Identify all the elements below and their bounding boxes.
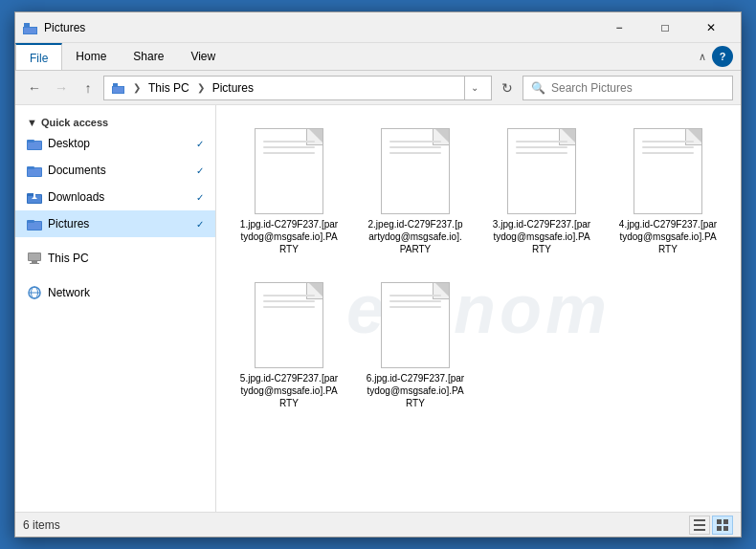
breadcrumb-pictures[interactable]: Pictures (212, 81, 254, 95)
svg-rect-2 (24, 28, 36, 33)
file-item[interactable]: 2.jpeg.id-C279F237.[partydog@msgsafe.io]… (358, 121, 473, 263)
address-bar: ← → ↑ ❯ This PC ❯ Pictures ⌄ ↻ 🔍 (15, 71, 741, 105)
minimize-button[interactable]: − (597, 13, 641, 42)
files-grid: 1.jpg.id-C279F237.[partydog@msgsafe.io].… (232, 121, 725, 417)
thispc-label: This PC (48, 252, 204, 265)
file-icon-5 (381, 282, 450, 368)
window-title: Pictures (44, 21, 597, 34)
tab-share[interactable]: Share (120, 43, 177, 70)
sidebar-item-network[interactable]: Network (15, 279, 215, 306)
file-item[interactable]: 4.jpg.id-C279F237.[partydog@msgsafe.io].… (611, 121, 725, 263)
explorer-window: Pictures − □ ✕ File Home Share View ∧ ? … (14, 11, 742, 538)
svg-rect-19 (27, 220, 34, 223)
sidebar-item-desktop[interactable]: Desktop ✓ (15, 130, 215, 157)
main-content: ▼ Quick access Desktop ✓ (15, 105, 741, 512)
downloads-pin: ✓ (196, 192, 204, 203)
file-name-3: 4.jpg.id-C279F237.[partydog@msgsafe.io].… (618, 218, 718, 255)
file-item[interactable]: 1.jpg.id-C279F237.[partydog@msgsafe.io].… (232, 121, 346, 263)
title-bar: Pictures − □ ✕ (15, 12, 741, 43)
close-button[interactable]: ✕ (689, 13, 733, 42)
svg-rect-23 (30, 263, 39, 264)
file-icon-1 (381, 128, 450, 214)
svg-rect-7 (28, 142, 41, 149)
downloads-icon (27, 189, 42, 205)
documents-pin: ✓ (196, 165, 204, 176)
svg-rect-14 (27, 193, 34, 196)
file-icon-4 (255, 282, 323, 368)
quick-access-label: Quick access (41, 117, 108, 128)
address-dropdown-button[interactable]: ⌄ (464, 76, 483, 100)
network-icon (27, 285, 42, 300)
ribbon-collapse-button[interactable]: ∧ (693, 47, 712, 66)
desktop-icon (27, 136, 42, 151)
file-name-2: 3.jpg.id-C279F237.[partydog@msgsafe.io].… (492, 218, 591, 255)
file-icon-3 (634, 128, 702, 214)
sidebar-item-downloads[interactable]: Downloads ✓ (15, 184, 215, 210)
svg-rect-27 (694, 519, 705, 521)
svg-rect-30 (717, 519, 722, 524)
file-name-0: 1.jpg.id-C279F237.[partydog@msgsafe.io].… (239, 218, 339, 255)
svg-rect-18 (28, 222, 41, 230)
pc-icon (27, 251, 42, 266)
pictures-icon (27, 216, 42, 231)
address-box[interactable]: ❯ This PC ❯ Pictures ⌄ (103, 76, 492, 100)
up-button[interactable]: ↑ (77, 77, 100, 99)
tab-home[interactable]: Home (62, 43, 120, 70)
svg-rect-5 (113, 87, 123, 93)
tab-file[interactable]: File (15, 43, 62, 70)
sidebar-item-thispc[interactable]: This PC (15, 245, 215, 272)
refresh-button[interactable]: ↻ (496, 77, 519, 99)
window-controls: − □ ✕ (597, 13, 733, 42)
file-item[interactable]: 3.jpg.id-C279F237.[partydog@msgsafe.io].… (484, 121, 599, 263)
svg-rect-8 (27, 140, 34, 143)
ribbon-tabs: File Home Share View ∧ ? (15, 43, 741, 70)
ribbon: File Home Share View ∧ ? (15, 43, 741, 71)
file-view: eisnom 1.jpg.id-C279F237.[partydog@msgsa… (216, 105, 741, 512)
svg-rect-32 (717, 526, 722, 531)
maximize-button[interactable]: □ (643, 13, 687, 42)
file-item[interactable]: 6.jpg.id-C279F237.[partydog@msgsafe.io].… (358, 274, 473, 417)
file-item[interactable]: 5.jpg.id-C279F237.[partydog@msgsafe.io].… (232, 274, 346, 417)
desktop-label: Desktop (48, 137, 190, 150)
svg-rect-31 (723, 519, 728, 524)
pictures-pin: ✓ (196, 219, 204, 230)
file-name-5: 6.jpg.id-C279F237.[partydog@msgsafe.io].… (366, 372, 465, 409)
forward-button[interactable]: → (50, 77, 73, 99)
help-button[interactable]: ? (712, 46, 733, 67)
sidebar-spacer (15, 237, 215, 245)
svg-rect-29 (694, 529, 705, 531)
svg-rect-16 (33, 193, 35, 197)
downloads-label: Downloads (48, 190, 190, 204)
svg-rect-33 (723, 526, 728, 531)
search-icon: 🔍 (531, 81, 545, 95)
status-count: 6 items (23, 518, 60, 532)
sidebar-item-documents[interactable]: Documents ✓ (15, 157, 215, 184)
view-toggle (689, 516, 733, 535)
sidebar: ▼ Quick access Desktop ✓ (15, 105, 216, 512)
status-bar: 6 items (15, 512, 741, 537)
breadcrumb-separator2: ❯ (197, 82, 205, 93)
pictures-label: Pictures (48, 217, 190, 231)
documents-icon (27, 163, 42, 178)
search-input[interactable] (551, 81, 724, 95)
svg-rect-11 (27, 166, 34, 169)
window-icon (23, 20, 38, 35)
search-box[interactable]: 🔍 (523, 76, 733, 100)
file-icon-2 (507, 128, 576, 214)
svg-rect-21 (29, 253, 40, 260)
file-name-4: 5.jpg.id-C279F237.[partydog@msgsafe.io].… (239, 372, 339, 409)
breadcrumb-thispc[interactable]: This PC (148, 81, 189, 95)
network-label: Network (48, 286, 204, 299)
sidebar-spacer2 (15, 272, 215, 279)
file-icon-0 (255, 128, 323, 214)
back-button[interactable]: ← (23, 77, 46, 99)
quick-access-heading[interactable]: ▼ Quick access (15, 113, 215, 130)
quick-access-arrow: ▼ (27, 117, 37, 128)
large-icons-button[interactable] (712, 516, 733, 535)
sidebar-item-pictures[interactable]: Pictures ✓ (15, 210, 215, 237)
svg-rect-22 (32, 261, 37, 263)
svg-rect-10 (28, 168, 41, 176)
tab-view[interactable]: View (177, 43, 229, 70)
svg-rect-28 (694, 524, 705, 526)
list-view-button[interactable] (689, 516, 710, 535)
